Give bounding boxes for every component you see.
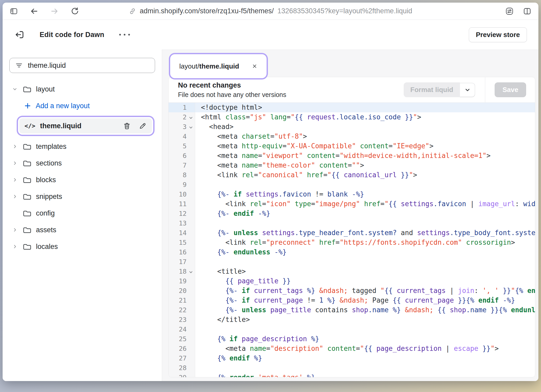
code-token: page_description	[376, 345, 441, 352]
code-line-content[interactable]: <meta charset="utf-8">	[195, 132, 535, 141]
sidebar-item-locales[interactable]: locales	[9, 238, 155, 255]
code-token: =	[389, 142, 393, 150]
code-line-content[interactable]: {%- endif -%}	[195, 209, 535, 218]
page-settings-icon[interactable]	[505, 7, 514, 16]
code-line-content[interactable]: {% endif %}	[195, 353, 535, 363]
code-line-content[interactable]: <link rel="canonical" href="{{ canonical…	[195, 170, 535, 180]
toolbar-right-group	[505, 7, 532, 16]
code-line-content[interactable]: <meta name="description" content="{{ pag…	[195, 344, 535, 353]
code-token: page_description	[242, 335, 307, 343]
file-search-input[interactable]	[28, 62, 150, 70]
code-line-content[interactable]: {%- unless page_title contains shop.name…	[195, 305, 535, 315]
app-header: Edit code for Dawn Preview store	[3, 20, 538, 50]
code-token: }}	[278, 277, 291, 285]
code-token: =	[336, 238, 340, 246]
code-line-content[interactable]: {% render 'meta-tags' %}	[195, 373, 535, 377]
close-tab-icon[interactable]	[251, 62, 259, 70]
code-line-content[interactable]	[195, 324, 535, 334]
code-token: crossorigin	[466, 238, 511, 246]
code-line-content[interactable]: </title>	[195, 315, 535, 324]
code-token: if	[242, 287, 250, 295]
tab-theme-liquid[interactable]: layout/theme.liquid	[171, 56, 265, 77]
file-tree: layoutAdd a new layout</>theme.liquidtem…	[9, 81, 155, 255]
code-line-content[interactable]	[195, 257, 535, 267]
chevron-down-icon[interactable]	[12, 85, 22, 93]
line-number: 17	[169, 257, 187, 267]
chevron-right-icon[interactable]	[12, 160, 22, 167]
sidebar-item-layout[interactable]: layout	[9, 81, 155, 97]
line-number: 13	[169, 218, 187, 228]
rename-file-icon[interactable]	[138, 122, 147, 130]
gutter-cell: 5	[169, 141, 195, 151]
chevron-right-icon[interactable]	[12, 176, 22, 183]
format-liquid-button[interactable]: Format liquid	[404, 82, 460, 97]
code-editor[interactable]: 1<!doctype html>2<html class="js" lang="…	[169, 103, 535, 377]
code-line-content[interactable]: {%- if current_page != 1 %} &ndash; Page…	[195, 296, 535, 305]
format-options-chevron[interactable]	[460, 83, 475, 97]
code-line-content[interactable]: <link rel="icon" type="image/png" href="…	[195, 199, 535, 209]
sidebar-item-blocks[interactable]: blocks	[9, 172, 155, 188]
folder-label: layout	[36, 85, 55, 93]
code-token	[201, 335, 217, 343]
code-token: {%-	[217, 248, 234, 256]
code-line-content[interactable]: <html class="js" lang="{{ request.locale…	[195, 112, 535, 122]
code-line-content[interactable]: <meta name="viewport" content="width=dev…	[195, 151, 535, 161]
code-line-content[interactable]: {%- endunless -%}	[195, 247, 535, 257]
code-line-content[interactable]: {%- if settings.favicon != blank -%}	[195, 189, 535, 199]
fold-toggle-icon[interactable]	[187, 114, 195, 120]
code-token: if	[242, 296, 250, 304]
chevron-right-icon[interactable]	[12, 143, 22, 150]
fold-toggle-icon[interactable]	[187, 124, 195, 130]
fold-toggle-icon[interactable]	[187, 269, 195, 274]
code-token: charset	[242, 132, 270, 140]
sidebar-item-assets[interactable]: assets	[9, 222, 155, 238]
chevron-right-icon[interactable]	[12, 243, 22, 250]
code-token: http-equiv	[242, 142, 283, 150]
reload-icon[interactable]	[70, 7, 79, 16]
chevron-right-icon[interactable]	[12, 193, 22, 200]
exit-icon[interactable]	[14, 29, 25, 40]
add-new-layout-action[interactable]: Add a new layout	[9, 97, 155, 114]
code-line-content[interactable]: <!doctype html>	[195, 103, 535, 112]
folder-icon	[22, 142, 31, 151]
code-line: 2<html class="js" lang="{{ request.local…	[169, 112, 535, 122]
sidebar-item-snippets[interactable]: snippets	[9, 188, 155, 205]
code-line-content[interactable]: <title>	[195, 267, 535, 276]
split-view-icon[interactable]	[523, 7, 532, 16]
code-token: <title>	[201, 267, 246, 275]
code-line-content[interactable]: {%- unless settings.type_header_font.sys…	[195, 228, 535, 238]
gutter-cell: 9	[169, 180, 195, 189]
file-search-box[interactable]	[9, 58, 155, 73]
code-token: content	[319, 161, 348, 169]
save-button[interactable]: Save	[495, 82, 526, 97]
code-line-content[interactable]	[195, 180, 535, 189]
code-line-content[interactable]: {%- if current_tags %} &ndash; tagged "{…	[195, 286, 535, 296]
code-line-content[interactable]: <link rel="preconnect" href="https://fon…	[195, 238, 535, 247]
code-token: settings	[262, 229, 295, 237]
code-token: unless	[233, 229, 258, 237]
code-token: content	[327, 345, 356, 352]
sidebar-item-sections[interactable]: sections	[9, 155, 155, 172]
delete-file-icon[interactable]	[123, 122, 131, 130]
code-line-content[interactable]	[195, 363, 535, 373]
sidebar-item-templates[interactable]: templates	[9, 138, 155, 155]
sidebar-toggle-icon[interactable]	[9, 7, 18, 16]
preview-store-button[interactable]: Preview store	[469, 27, 527, 42]
code-line-content[interactable]: <meta name="theme-color" content="">	[195, 161, 535, 170]
code-line: 6 <meta name="viewport" content="width=d…	[169, 151, 535, 161]
editor-main: layout/theme.liquid No recent changes Fi…	[162, 50, 538, 381]
code-token: >	[495, 345, 499, 352]
code-line-content[interactable]	[195, 218, 535, 228]
line-number: 18	[169, 267, 187, 276]
code-line-content[interactable]: {% if page_description %}	[195, 334, 535, 344]
sidebar-item-theme-liquid[interactable]: </>theme.liquid	[19, 118, 152, 133]
sidebar-item-config[interactable]: config	[9, 205, 155, 222]
more-actions-icon[interactable]	[118, 32, 131, 37]
chevron-right-icon[interactable]	[12, 226, 22, 234]
back-icon[interactable]	[30, 7, 39, 16]
address-bar[interactable]: admin.shopify.com/store/rzq1xu-f5/themes…	[129, 3, 412, 20]
code-line-content[interactable]: <head>	[195, 122, 535, 132]
code-line-content[interactable]: <meta http-equiv="X-UA-Compatible" conte…	[195, 141, 535, 151]
gutter-cell: 24	[169, 324, 195, 334]
code-line-content[interactable]: {{ page_title }}	[195, 276, 535, 286]
